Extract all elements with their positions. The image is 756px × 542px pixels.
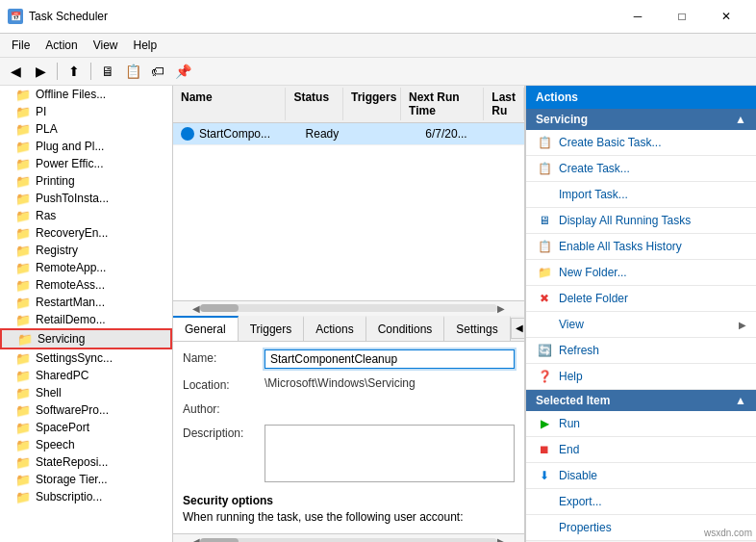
task-list-h-scrollbar[interactable]: ◀ ▶ bbox=[173, 300, 524, 316]
tree-item-1[interactable]: 📁PI bbox=[0, 103, 172, 120]
h-scroll-thumb[interactable] bbox=[200, 304, 239, 312]
tree-item-15[interactable]: 📁SettingsSync... bbox=[0, 349, 172, 367]
folder-icon-0: 📁 bbox=[15, 88, 31, 101]
action-enable-all-history[interactable]: 📋 Enable All Tasks History bbox=[526, 234, 756, 260]
folder-icon-2: 📁 bbox=[15, 122, 31, 136]
menu-help[interactable]: Help bbox=[126, 36, 165, 55]
view-submenu-arrow: ▶ bbox=[739, 320, 746, 330]
action-export[interactable]: Export... bbox=[526, 489, 756, 515]
tree-item-0[interactable]: 📁Offline Files... bbox=[0, 86, 172, 103]
task-status-icon bbox=[181, 127, 194, 141]
col-name[interactable]: Name bbox=[173, 88, 286, 120]
action-delete-folder[interactable]: ✖ Delete Folder bbox=[526, 286, 756, 312]
display-running-label: Display All Running Tasks bbox=[559, 214, 746, 227]
section-collapse-icon[interactable]: ▲ bbox=[735, 113, 746, 126]
window-icon: 📅 bbox=[8, 9, 23, 24]
maximize-button[interactable]: □ bbox=[660, 6, 704, 27]
tree-item-8[interactable]: 📁RecoveryEn... bbox=[0, 224, 172, 242]
detail-h-scrollbar[interactable]: ◀ ▶ bbox=[173, 533, 524, 542]
folder-icon-5: 📁 bbox=[15, 174, 31, 188]
tree-item-label-16: SharedPC bbox=[36, 369, 88, 382]
tree-item-3[interactable]: 📁Plug and Pl... bbox=[0, 138, 172, 155]
tab-nav-prev[interactable]: ◀ bbox=[511, 318, 525, 339]
tree-item-6[interactable]: 📁PushToInsta... bbox=[0, 190, 172, 207]
tree-item-2[interactable]: 📁PLA bbox=[0, 120, 172, 138]
action-run[interactable]: ▶ Run bbox=[526, 411, 756, 437]
tree-item-18[interactable]: 📁SoftwarePro... bbox=[0, 401, 172, 419]
tree-item-9[interactable]: 📁Registry bbox=[0, 242, 172, 259]
tab-general[interactable]: General bbox=[173, 316, 239, 341]
tree-panel: 📁Offline Files... 📁PI 📁PLA 📁Plug and Pl.… bbox=[0, 86, 173, 542]
properties-button[interactable]: 📋 bbox=[121, 61, 144, 82]
action-create-task[interactable]: 📋 Create Task... bbox=[526, 156, 756, 182]
h-scroll-left-arrow[interactable]: ◀ bbox=[192, 303, 200, 314]
col-last-run[interactable]: Last Ru bbox=[484, 88, 524, 120]
tree-item-13[interactable]: 📁RetailDemo... bbox=[0, 311, 172, 328]
h-scroll-right-arrow[interactable]: ▶ bbox=[497, 303, 505, 314]
folder-icon-20: 📁 bbox=[15, 438, 31, 452]
menu-view[interactable]: View bbox=[86, 36, 126, 55]
tree-item-11[interactable]: 📁RemoteAss... bbox=[0, 276, 172, 294]
folder-icon-11: 📁 bbox=[15, 278, 31, 292]
detail-scroll-left[interactable]: ◀ bbox=[192, 536, 200, 542]
tree-item-10[interactable]: 📁RemoteApp... bbox=[0, 259, 172, 276]
table-row[interactable]: StartCompo... Ready 6/7/20... bbox=[173, 123, 524, 145]
tree-item-19[interactable]: 📁SpacePort bbox=[0, 419, 172, 436]
tag-button[interactable]: 🏷 bbox=[146, 61, 169, 82]
tab-conditions[interactable]: Conditions bbox=[366, 316, 445, 341]
tab-triggers[interactable]: Triggers bbox=[239, 316, 305, 341]
menu-action[interactable]: Action bbox=[38, 36, 85, 55]
forward-button[interactable]: ▶ bbox=[29, 61, 52, 82]
tree-item-12[interactable]: 📁RestartMan... bbox=[0, 294, 172, 311]
tab-actions[interactable]: Actions bbox=[304, 316, 365, 341]
run-icon: ▶ bbox=[536, 415, 553, 432]
tree-item-17[interactable]: 📁Shell bbox=[0, 384, 172, 401]
section-selected-collapse[interactable]: ▲ bbox=[735, 394, 746, 407]
tree-item-21[interactable]: 📁StateReposi... bbox=[0, 453, 172, 471]
tree-item-label-18: SoftwarePro... bbox=[36, 403, 109, 417]
tree-item-14[interactable]: 📁Servicing bbox=[0, 328, 172, 349]
up-button[interactable]: ⬆ bbox=[63, 61, 86, 82]
action-view[interactable]: View ▶ bbox=[526, 312, 756, 338]
action-display-running[interactable]: 🖥 Display All Running Tasks bbox=[526, 208, 756, 234]
tree-item-23[interactable]: 📁Subscriptio... bbox=[0, 488, 172, 505]
export-icon bbox=[536, 493, 553, 510]
col-next-run[interactable]: Next Run Time bbox=[401, 88, 484, 120]
enable-history-icon: 📋 bbox=[536, 238, 553, 255]
tree-item-20[interactable]: 📁Speech bbox=[0, 436, 172, 453]
col-status[interactable]: Status bbox=[286, 88, 343, 120]
run-label: Run bbox=[559, 417, 746, 430]
detail-scroll-right[interactable]: ▶ bbox=[497, 536, 505, 542]
back-button[interactable]: ◀ bbox=[4, 61, 27, 82]
task-list-header: Name Status Triggers Next Run Time Last … bbox=[173, 86, 524, 123]
action-new-folder[interactable]: 📁 New Folder... bbox=[526, 260, 756, 286]
action-disable[interactable]: ⬇ Disable bbox=[526, 463, 756, 489]
tree-item-22[interactable]: 📁Storage Tier... bbox=[0, 471, 172, 488]
close-button[interactable]: ✕ bbox=[704, 6, 748, 27]
tree-item-5[interactable]: 📁Printing bbox=[0, 172, 172, 190]
action-help[interactable]: ❓ Help bbox=[526, 364, 756, 390]
pin-button[interactable]: 📌 bbox=[171, 61, 194, 82]
tree-item-7[interactable]: 📁Ras bbox=[0, 207, 172, 224]
show-hide-button[interactable]: 🖥 bbox=[96, 61, 119, 82]
refresh-label: Refresh bbox=[559, 344, 746, 357]
menu-file[interactable]: File bbox=[4, 36, 38, 55]
folder-icon-13: 📁 bbox=[15, 313, 31, 326]
tree-item-4[interactable]: 📁Power Effic... bbox=[0, 155, 172, 172]
tree-item-16[interactable]: 📁SharedPC bbox=[0, 367, 172, 384]
action-import-task[interactable]: Import Task... bbox=[526, 182, 756, 208]
name-input[interactable] bbox=[265, 349, 515, 369]
action-end[interactable]: ⏹ End bbox=[526, 437, 756, 463]
detail-scroll-thumb[interactable] bbox=[200, 538, 239, 543]
minimize-button[interactable]: ─ bbox=[616, 6, 660, 27]
view-icon bbox=[536, 316, 553, 333]
col-triggers[interactable]: Triggers bbox=[343, 88, 401, 120]
menu-bar: File Action View Help bbox=[0, 34, 756, 58]
create-basic-label: Create Basic Task... bbox=[559, 136, 746, 149]
description-textarea[interactable] bbox=[265, 425, 515, 482]
new-folder-label: New Folder... bbox=[559, 266, 746, 279]
folder-icon-23: 📁 bbox=[15, 490, 31, 503]
action-create-basic-task[interactable]: 📋 Create Basic Task... bbox=[526, 130, 756, 156]
action-refresh[interactable]: 🔄 Refresh bbox=[526, 338, 756, 364]
tab-settings[interactable]: Settings bbox=[444, 316, 510, 341]
